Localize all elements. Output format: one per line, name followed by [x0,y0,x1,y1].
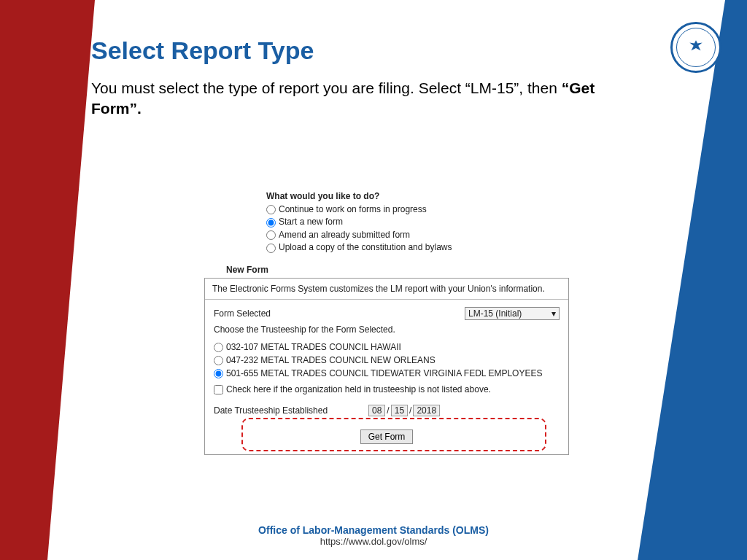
opt-upload[interactable]: Upload a copy of the constitution and by… [266,241,569,254]
opt-amend[interactable]: Amend an already submitted form [266,229,569,241]
date-sep2: / [409,405,411,416]
task-radio-group: Continue to work on forms in progress St… [266,203,569,254]
form-selected-label: Form Selected [214,308,360,319]
footer: Office of Labor-Management Standards (OL… [0,524,747,547]
trust-neworleans-radio[interactable] [214,356,223,365]
footer-org: Office of Labor-Management Standards (OL… [0,524,747,536]
trust-hawaii[interactable]: 032-107 METAL TRADES COUNCIL HAWAII [214,341,560,354]
trust-tidewater-label: 501-655 METAL TRADES COUNCIL TIDEWATER V… [226,368,542,378]
date-mm-field[interactable]: 08 [368,405,385,416]
opt-start-new[interactable]: Start a new form [266,216,569,228]
new-form-panel: The Electronic Forms System customizes t… [204,278,569,455]
form-selected-value: LM-15 (Initial) [468,308,522,319]
trust-neworleans-label: 047-232 METAL TRADES COUNCIL NEW ORLEANS [226,355,436,365]
not-listed-checkbox[interactable] [214,385,223,394]
slide: Select Report Type You must select the t… [0,0,747,560]
not-listed-check[interactable]: Check here if the organization held in t… [214,384,491,394]
date-sep1: / [387,405,389,416]
chevron-down-icon: ▾ [551,308,556,319]
opt-upload-radio[interactable] [266,244,276,253]
left-band-decor [0,0,95,560]
form-selected-dropdown[interactable]: LM-15 (Initial) ▾ [465,307,560,320]
choose-trusteeship-text: Choose the Trusteeship for the Form Sele… [214,324,560,335]
trust-hawaii-radio[interactable] [214,343,223,352]
get-form-button[interactable]: Get Form [360,429,414,444]
eagle-icon [686,38,705,57]
opt-upload-label: Upload a copy of the constitution and by… [279,242,452,252]
new-form-heading: New Form [226,265,569,275]
page-title: Select Report Type [91,36,674,65]
question-heading: What would you like to do? [266,191,569,201]
trusteeship-radio-group: 032-107 METAL TRADES COUNCIL HAWAII 047-… [214,341,560,380]
footer-url: https://www.dol.gov/olms/ [0,536,747,547]
date-yyyy-field[interactable]: 2018 [413,405,440,416]
opt-amend-label: Amend an already submitted form [279,230,410,240]
not-listed-label: Check here if the organization held in t… [226,384,491,394]
opt-continue-radio[interactable] [266,205,276,214]
dol-seal-icon [670,22,721,73]
intro-plain: You must select the type of report you a… [91,79,562,96]
opt-amend-radio[interactable] [266,230,276,240]
trust-tidewater-radio[interactable] [214,369,223,378]
trust-tidewater[interactable]: 501-655 METAL TRADES COUNCIL TIDEWATER V… [214,367,560,380]
trust-neworleans[interactable]: 047-232 METAL TRADES COUNCIL NEW ORLEANS [214,354,560,367]
opt-start-new-radio[interactable] [266,218,276,228]
date-dd-field[interactable]: 15 [391,405,408,416]
opt-continue[interactable]: Continue to work on forms in progress [266,203,569,216]
form-screenshot: What would you like to do? Continue to w… [204,191,569,455]
trust-hawaii-label: 032-107 METAL TRADES COUNCIL HAWAII [226,342,401,352]
opt-start-new-label: Start a new form [279,217,343,227]
panel-description: The Electronic Forms System customizes t… [205,279,568,300]
opt-continue-label: Continue to work on forms in progress [279,204,427,214]
intro-text: You must select the type of report you a… [91,78,602,120]
date-established-label: Date Trusteeship Established [214,405,367,416]
